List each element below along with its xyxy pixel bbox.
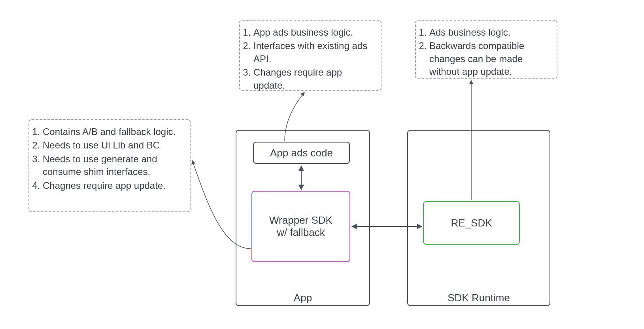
diagram-canvas: Contains A/B and fallback logic. Needs t… (0, 0, 644, 329)
note-top-right-item: Ads business logic. (429, 26, 550, 39)
note-top-right: Ads business logic. Backwards compatible… (415, 20, 557, 79)
container-app-title: App (236, 292, 370, 304)
node-app-ads-code: App ads code (253, 142, 350, 164)
node-app-ads-code-label: App ads code (270, 147, 333, 159)
note-top-center: App ads business logic. Interfaces with … (239, 20, 381, 91)
note-left-item: Contains A/B and fallback logic. (43, 126, 183, 138)
note-left-item: Chagnes require app update. (43, 179, 183, 192)
note-top-center-item: Interfaces with existing ads API. (253, 40, 374, 65)
node-wrapper-sdk-line2: w/ fallback (277, 226, 325, 239)
note-left-item: Needs to use generate and consume shim i… (43, 153, 183, 179)
node-re-sdk: RE_SDK (423, 201, 520, 245)
note-top-right-item: Backwards compatible changes can be made… (429, 40, 550, 78)
note-left: Contains A/B and fallback logic. Needs t… (28, 119, 191, 212)
note-left-item: Needs to use Ui Lib and BC (43, 139, 183, 152)
node-wrapper-sdk: Wrapper SDK w/ fallback (251, 191, 350, 262)
note-top-center-item: Changes require app update. (253, 66, 374, 92)
note-top-center-item: App ads business logic. (253, 26, 374, 39)
node-re-sdk-label: RE_SDK (451, 217, 492, 229)
node-wrapper-sdk-line1: Wrapper SDK (269, 214, 332, 226)
container-sdk-runtime-title: SDK Runtime (407, 292, 550, 304)
